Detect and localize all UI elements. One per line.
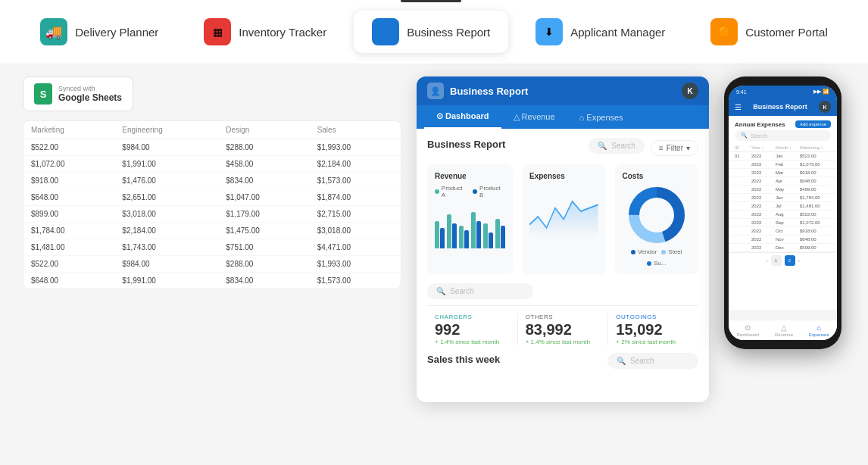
table-cell: $1,991.00: [114, 273, 218, 289]
bar-a-5: [483, 223, 488, 248]
phone-cell-year: 2022: [751, 229, 774, 233]
phone-nav-expenses-label: Expenses: [809, 332, 829, 337]
app-tabs: ⊙ Dashboard △ Revenue ⌂ Expenses: [417, 105, 709, 129]
phone-nav-revenue-icon: △: [781, 323, 787, 332]
sidebar-item-customer-portal[interactable]: 🟠 Customer Portal: [692, 11, 845, 53]
phone-search-bar[interactable]: 🔍 Search: [735, 130, 831, 141]
phone-nav-expenses[interactable]: ⌂ Expenses: [809, 323, 829, 337]
phone-nav-revenue[interactable]: △ Revenue: [775, 323, 793, 337]
tab-revenue[interactable]: △ Revenue: [501, 105, 567, 129]
app-search-bar[interactable]: 🔍 Search: [589, 138, 645, 154]
sidebar-item-inventory-tracker[interactable]: ▦ Inventory Tracker: [186, 11, 345, 53]
page-next-button[interactable]: ›: [798, 258, 800, 264]
app-avatar: K: [682, 83, 698, 99]
phone-cell-id: [735, 195, 750, 200]
phone-nav-dashboard-label: Dashboard: [737, 332, 759, 337]
phone-cell-month: Mar: [776, 170, 798, 175]
app-body: Business Report 🔍 Search ≡ Filter ▾: [417, 129, 709, 401]
stat-chargers-value: 992: [435, 322, 510, 337]
tab-expenses[interactable]: ⌂ Expenses: [567, 105, 635, 129]
table-cell: $288.00: [218, 139, 309, 156]
phone-app-bar: ☰ Business Report K: [729, 98, 837, 116]
table-cell: $834.00: [218, 173, 309, 189]
table-cell: $899.00: [23, 206, 114, 223]
bar-group-3: [459, 226, 469, 248]
bar-group-2: [447, 214, 457, 248]
search-placeholder: Search: [611, 142, 635, 150]
applicant-manager-icon: ⬇: [535, 18, 563, 45]
expenses-line-chart: [529, 185, 598, 238]
expenses-svg: [529, 185, 598, 238]
donut-legend: Vendor Steel Su...: [623, 248, 692, 267]
sales-search-bar[interactable]: 🔍 Search: [607, 353, 698, 369]
costs-chart-title: Costs: [623, 172, 692, 180]
costs-search-bar[interactable]: 🔍 Search: [427, 283, 533, 299]
phone-add-expense-button[interactable]: Add expense: [795, 120, 831, 128]
stat-outgoings-change: + 2% since last month: [616, 339, 691, 345]
phone-cell-marketing: $522.00: [800, 154, 830, 158]
page-2-button[interactable]: 2: [785, 255, 795, 266]
filter-icon: ≡: [659, 144, 663, 152]
phone-nav-dashboard[interactable]: ⊙ Dashboard: [737, 323, 759, 337]
app-titlebar: 👤 Business Report K: [417, 76, 709, 105]
phone-cell-id: [735, 170, 750, 175]
table-cell: $1,475.00: [218, 223, 309, 239]
phone-table-row: 2022 Nov $648.00: [729, 236, 837, 244]
phone-cell-year: 2022: [751, 162, 774, 167]
bar-a-3: [459, 226, 464, 248]
phone-cell-year: 2022: [751, 154, 774, 158]
table-cell: $1,476.00: [114, 173, 218, 189]
sidebar-item-business-report[interactable]: 👤 Business Report: [354, 11, 508, 53]
bar-b-4: [476, 221, 481, 248]
stat-others-value: 83,992: [526, 322, 601, 337]
inventory-tracker-label: Inventory Tracker: [239, 26, 326, 39]
filter-button[interactable]: ≡ Filter ▾: [651, 140, 698, 156]
phone-nav-dashboard-icon: ⊙: [745, 323, 751, 332]
legend-supply: Su...: [647, 260, 666, 267]
phone-cell-marketing: $648.00: [800, 179, 830, 183]
phone-cell-year: 2022: [751, 204, 774, 208]
sidebar-item-applicant-manager[interactable]: ⬇ Applicant Manager: [517, 11, 683, 53]
phone-cell-month: Oct: [776, 229, 798, 233]
bar-group-6: [495, 219, 505, 248]
stat-chargers-label: CHARGERS: [435, 314, 510, 320]
phone-section-header: Annual Expenses Add expense: [729, 116, 837, 130]
sidebar-item-delivery-planner[interactable]: 🚚 Delivery Planner: [22, 11, 176, 53]
page-prev-button[interactable]: ‹: [766, 258, 767, 264]
phone-cell-year: 2022: [751, 195, 774, 200]
revenue-chart-title: Revenue: [435, 172, 505, 180]
center-panel: 👤 Business Report K ⊙ Dashboard △ Revenu…: [417, 76, 709, 402]
filter-label: Filter: [667, 144, 683, 152]
stat-chargers: CHARGERS 992 + 1.4% since last month: [427, 314, 518, 345]
stat-outgoings-value: 15,092: [616, 322, 691, 337]
hamburger-icon[interactable]: ☰: [735, 103, 742, 111]
page-1-button[interactable]: 1: [771, 255, 782, 266]
table-row: $522.00$984.00$288.00$1,993.00: [23, 139, 401, 156]
phone-cell-month: Feb: [776, 162, 798, 167]
col-header-engineering: Engineering: [114, 121, 218, 139]
phone-cell-month: Apr: [776, 179, 798, 183]
costs-chart-card: Costs: [615, 164, 699, 274]
app-section-title: Business Report: [427, 139, 505, 150]
main-content: S Synced with Google Sheets Marketing En…: [0, 64, 868, 414]
phone-cell-marketing: $499.00: [800, 187, 830, 192]
sales-section-title: Sales this week: [427, 354, 500, 365]
table-cell: $522.00: [23, 139, 114, 156]
phone-table-header: ID Year ↕ Month ↕ Marketing ↕: [729, 144, 837, 152]
phone-cell-id: [735, 162, 750, 167]
dot-steel: [661, 250, 666, 254]
customer-portal-label: Customer Portal: [745, 26, 827, 39]
phone-cell-year: 2022: [751, 187, 774, 192]
phone-bottom-nav: ⊙ Dashboard △ Revenue ⌂ Expenses: [729, 320, 837, 340]
table-cell: $2,651.00: [114, 189, 218, 206]
table-cell: $751.00: [218, 239, 309, 256]
phone-cell-year: 2022: [751, 245, 774, 250]
search-icon: 🔍: [598, 142, 607, 150]
phone-status-icons: ▶▶ 📶: [813, 89, 829, 95]
table-cell: $984.00: [114, 139, 218, 156]
sheets-sync-label: Synced with: [58, 85, 122, 92]
tab-dashboard[interactable]: ⊙ Dashboard: [424, 105, 501, 129]
bar-a-6: [495, 219, 500, 248]
table-cell: $1,072.00: [23, 156, 114, 173]
revenue-bar-chart: [435, 203, 505, 248]
